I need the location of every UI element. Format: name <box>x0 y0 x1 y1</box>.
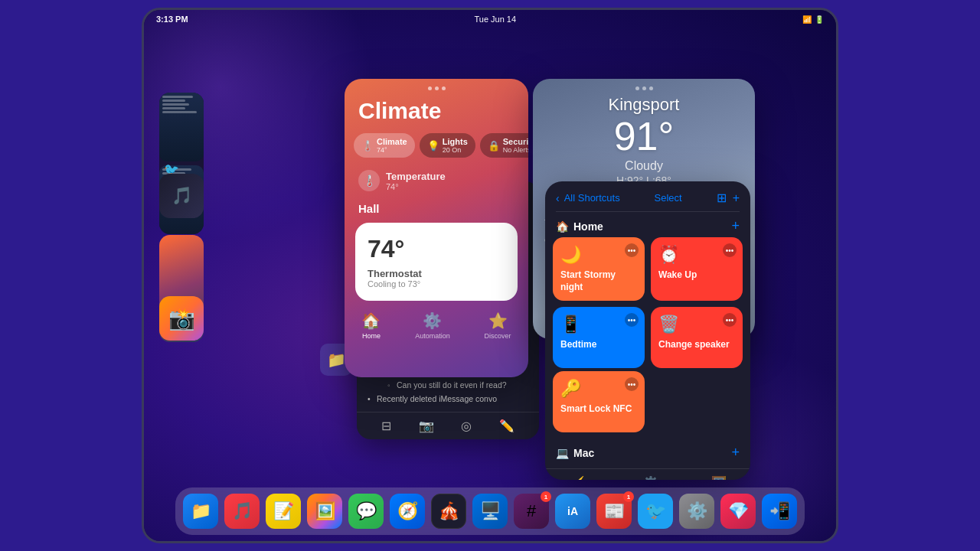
climate-tab-lights[interactable]: 💡 Lights 20 On <box>420 133 475 158</box>
smartlock-label: Smart Lock NFC <box>560 403 637 416</box>
shortcut-bedtime[interactable]: ••• 📱 Bedtime <box>553 307 645 368</box>
photos-icon: 📸 <box>168 306 195 331</box>
climate-dots <box>345 79 528 95</box>
climate-title: Climate <box>345 95 528 133</box>
nav-gallery[interactable]: 🖼️ Gallery <box>710 475 729 480</box>
dock-store[interactable]: 💎 <box>720 494 756 529</box>
home-section-text: Home <box>573 220 603 233</box>
card-toolbar: ⊟ 📷 ◎ ✏️ <box>357 412 539 439</box>
speaker-label: Change speaker <box>658 339 735 351</box>
temp-value: 74° <box>386 182 446 191</box>
lights-tab-label: Lights <box>443 137 468 146</box>
thermostat-label: Thermostat <box>368 268 505 279</box>
dock-safari[interactable]: 🧭 <box>390 494 425 529</box>
dock-photos[interactable]: 🖼️ <box>307 494 342 529</box>
compose-icon[interactable]: ✏️ <box>499 419 514 433</box>
dock-slack[interactable]: # 1 <box>514 494 549 529</box>
bullet-item: Recently deleted iMessage convo <box>368 393 528 405</box>
reeder-icon: 📰 <box>604 501 625 521</box>
vinyls-icon: 🎪 <box>439 501 459 521</box>
shortcut-wakeup[interactable]: ••• ⏰ Wake Up <box>651 237 743 301</box>
weather-temp: 91° <box>533 116 755 156</box>
ipad-frame: 3:13 PM Tue Jun 14 📶 🔋 <box>142 8 838 543</box>
music-icon: 🎵 <box>232 501 253 521</box>
dock-screens[interactable]: 🖥️ <box>472 494 508 529</box>
shortcut-more-icon[interactable]: ••• <box>625 243 639 257</box>
status-time: 3:13 PM <box>156 15 188 24</box>
shazam-icon-card[interactable]: 🎵 <box>159 174 204 218</box>
status-date: Tue Jun 14 <box>474 15 516 24</box>
wifi-icon: 📶 <box>802 15 812 24</box>
dock-vinyls[interactable]: 🎪 <box>431 494 466 529</box>
weather-dots <box>533 79 755 93</box>
dock-messages[interactable]: 💬 <box>348 494 384 529</box>
temp-label: Temperature <box>386 171 446 182</box>
smart-lock-container: ••• 🔑 Smart Lock NFC <box>545 368 750 432</box>
shortcuts-nav-icon: ⚡ <box>572 475 587 480</box>
shortcuts-header: ‹ All Shortcuts Select ⊞ + <box>545 181 750 211</box>
dock: 📁 🎵 📝 🖼️ 💬 🧭 🎪 🖥️ # 1 iA 📰 1 🐦 ⚙️ 💎 📲 <box>175 487 805 535</box>
climate-nav-discover[interactable]: ⭐ Discover <box>485 311 511 340</box>
reeder-badge: 1 <box>623 491 634 502</box>
mac-section-text: Mac <box>573 447 594 459</box>
climate-nav-home[interactable]: 🏠 Home <box>361 311 381 340</box>
nav-shortcuts[interactable]: ⚡ Shortcuts <box>567 475 593 480</box>
gallery-icon: 🖼️ <box>711 475 727 480</box>
discover-nav-icon: ⭐ <box>488 311 508 330</box>
shortcut-more-icon[interactable]: ••• <box>723 243 737 257</box>
thermostat-card[interactable]: 74° Thermostat Cooling to 73° <box>355 223 518 301</box>
wakeup-label: Wake Up <box>658 269 735 282</box>
photos-icon-card[interactable]: 📸 <box>159 296 204 341</box>
lights-tab-sub: 20 On <box>443 146 468 154</box>
messages-icon: 💬 <box>356 501 377 521</box>
search-icon[interactable]: ◎ <box>461 419 472 433</box>
dock-music[interactable]: 🎵 <box>224 494 260 529</box>
dock-files[interactable]: 📁 <box>183 494 218 529</box>
grid-icon[interactable]: ⊞ <box>717 191 727 205</box>
climate-tab-security[interactable]: 🔒 Security No Alerts <box>480 133 528 158</box>
climate-nav-automation[interactable]: ⚙️ Automation <box>415 311 450 340</box>
temp-info: Temperature 74° <box>386 171 446 191</box>
list-icon[interactable]: ⊟ <box>381 419 391 433</box>
dock-reeder[interactable]: 📰 1 <box>596 494 632 529</box>
slack-badge: 1 <box>541 491 551 502</box>
temperature-row: 🌡️ Temperature 74° <box>345 158 528 197</box>
twitter-preview <box>159 93 204 161</box>
ia-icon: iA <box>567 505 578 517</box>
safari-icon: 🧭 <box>397 501 418 521</box>
shortcut-speaker[interactable]: ••• 🗑️ Change speaker <box>651 307 743 368</box>
climate-nav: 🏠 Home ⚙️ Automation ⭐ Discover <box>345 301 528 347</box>
windows-area: 🐦 🎵 📁 📸 ‹ AppleInsider ••• WWDC Event iO… <box>144 31 836 487</box>
mac-section-add[interactable]: + <box>731 445 740 461</box>
status-icons: 📶 🔋 <box>802 15 824 24</box>
dock-twitter[interactable]: 🐦 <box>638 494 673 529</box>
dock-settings[interactable]: ⚙️ <box>679 494 714 529</box>
twitter-dock-icon: 🐦 <box>645 501 666 521</box>
security-tab-sub: No Alerts <box>503 146 528 154</box>
dock-ia[interactable]: iA <box>555 494 590 529</box>
thermostat-temp: 74° <box>368 235 505 263</box>
camera-icon[interactable]: 📷 <box>419 419 434 433</box>
shortcuts-back-icon[interactable]: ‹ <box>556 192 560 204</box>
photos-dock-icon: 🖼️ <box>315 501 335 521</box>
shortcuts-title-label[interactable]: Select <box>655 192 682 204</box>
climate-card[interactable]: Climate 🌡️ Climate 74° 💡 Lights 20 On <box>345 79 528 377</box>
settings-icon: ⚙️ <box>687 501 707 521</box>
thermostat-sub: Cooling to 73° <box>368 279 505 289</box>
nav-automation[interactable]: ⚙️ Automation <box>635 475 666 480</box>
dock-notes[interactable]: 📝 <box>266 494 301 529</box>
shortcuts-card[interactable]: ‹ All Shortcuts Select ⊞ + 🏠 Home + <box>545 181 750 480</box>
shortcut-smartlock[interactable]: ••• 🔑 Smart Lock NFC <box>553 371 645 432</box>
add-icon[interactable]: + <box>733 191 740 205</box>
home-section-add[interactable]: + <box>731 218 740 234</box>
shortcut-stormy[interactable]: ••• 🌙 Start Stormy night <box>553 237 645 301</box>
climate-tab-icon: 🌡️ <box>361 140 374 152</box>
dock-apps[interactable]: 📲 <box>762 494 797 529</box>
climate-tab-climate[interactable]: 🌡️ Climate 74° <box>354 133 415 158</box>
shortcuts-actions: ⊞ + <box>717 191 740 205</box>
lights-tab-icon: 💡 <box>427 140 439 152</box>
temp-icon: 🌡️ <box>358 170 380 191</box>
shortcuts-all-label[interactable]: All Shortcuts <box>564 192 620 204</box>
battery-icon: 🔋 <box>815 15 824 24</box>
weather-description: Cloudy <box>533 159 755 173</box>
